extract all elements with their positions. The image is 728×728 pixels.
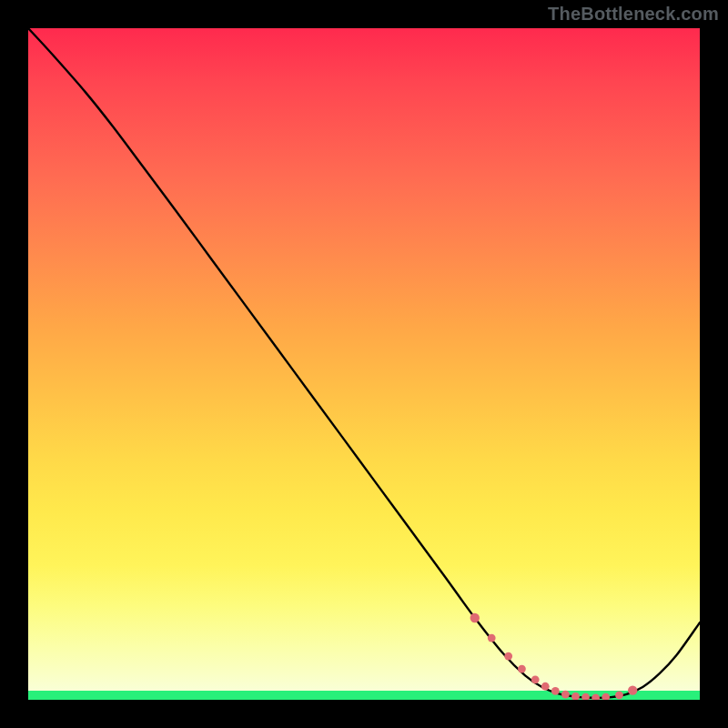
chart-frame: TheBottleneck.com — [0, 0, 728, 728]
marker-dot — [615, 691, 623, 699]
marker-dot — [541, 682, 550, 691]
plot-area — [28, 28, 700, 700]
marker-dot — [470, 613, 480, 622]
marker-dot — [592, 693, 600, 700]
marker-dot — [561, 691, 570, 699]
marker-dot — [602, 693, 610, 700]
curve-layer — [28, 28, 700, 700]
bottleneck-curve — [28, 28, 700, 698]
marker-dot — [488, 634, 496, 642]
trough-markers — [470, 613, 638, 700]
marker-dot — [551, 687, 560, 695]
marker-dot — [581, 693, 590, 700]
marker-dot — [504, 652, 512, 661]
watermark-label: TheBottleneck.com — [548, 4, 719, 25]
marker-dot — [531, 675, 540, 683]
marker-dot — [628, 685, 637, 694]
marker-dot — [518, 665, 526, 673]
marker-dot — [571, 693, 580, 700]
